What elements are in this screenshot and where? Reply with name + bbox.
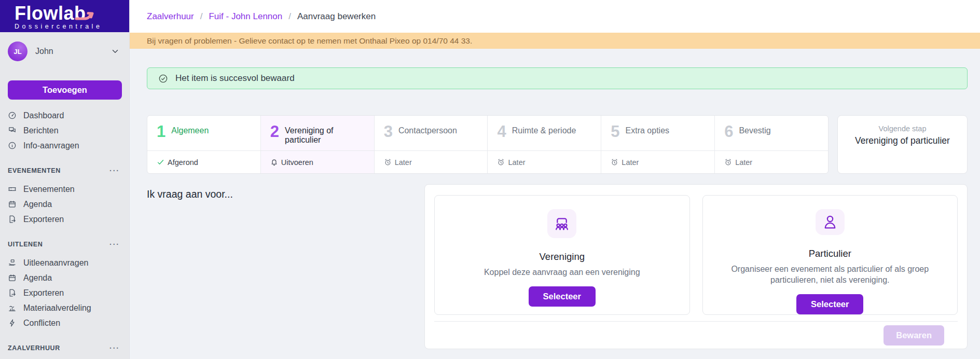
wizard-row: 1 Algemeen Afgerond 2 Vereniging of part…: [147, 115, 968, 174]
sidebar-nav: Dashboard Berichten Info-aanvragen EVENE…: [0, 108, 129, 352]
sidebar-item-dashboard[interactable]: Dashboard: [0, 108, 129, 123]
step-status-text: Uitvoeren: [281, 158, 313, 167]
notice-bar: Bij vragen of problemen - Gelieve contac…: [130, 33, 980, 49]
section-more-button[interactable]: ···: [109, 243, 120, 246]
info-icon: [8, 141, 17, 150]
sidebar-item-info-aanvragen[interactable]: Info-aanvragen: [0, 138, 129, 153]
logo-arrow-icon: [75, 8, 94, 26]
option-card-vereniging: Vereniging Koppel deze aanvraag aan een …: [434, 195, 690, 315]
breadcrumb: Zaalverhuur / Fuif - John Lennon / Aanvr…: [147, 11, 376, 22]
brand-subtitle: Dossiercentrale: [15, 23, 129, 30]
avatar-initials: JL: [13, 48, 21, 56]
sidebar: Flowlab Dossiercentrale JL John Toevoege…: [0, 0, 130, 359]
alarm-icon: [724, 158, 732, 166]
content: Het item is succesvol bewaard 1 Algemeen…: [130, 67, 980, 349]
wizard-step-bevestig[interactable]: 6 Bevestig Later: [715, 116, 828, 173]
user-name: John: [35, 47, 53, 56]
calendar-icon: [8, 273, 17, 282]
sidebar-item-conflicten[interactable]: Conflicten: [0, 315, 129, 330]
wizard-step-extra-opties[interactable]: 5 Extra opties Later: [601, 116, 715, 173]
step-status-text: Later: [395, 158, 412, 167]
user-menu[interactable]: JL John: [0, 32, 129, 61]
step-number: 5: [611, 123, 619, 140]
sidebar-item-label: Exporteren: [23, 288, 64, 298]
select-particulier-button[interactable]: Selecteer: [796, 294, 863, 314]
sidebar-item-exporteren-uitlenen[interactable]: Exporteren: [0, 285, 129, 300]
app-logo: Flowlab Dossiercentrale: [0, 0, 129, 32]
sidebar-item-berichten[interactable]: Berichten: [0, 123, 129, 138]
breadcrumb-link-zaalverhuur[interactable]: Zaalverhuur: [147, 11, 194, 22]
sidebar-item-label: Evenementen: [23, 185, 75, 194]
form-row: Ik vraag aan voor... Vereniging Koppel d…: [147, 184, 968, 349]
step-label: Bevestig: [739, 123, 770, 135]
export-icon: [8, 215, 17, 224]
sidebar-item-label: Exporteren: [23, 215, 64, 224]
step-label: Algemeen: [171, 123, 209, 135]
step-label: Contactpersoon: [398, 123, 457, 135]
sidebar-item-agenda-evenementen[interactable]: Agenda: [0, 197, 129, 212]
alarm-icon: [384, 158, 392, 166]
topbar: Zaalverhuur / Fuif - John Lennon / Aanvr…: [130, 0, 980, 33]
breadcrumb-separator: /: [200, 11, 203, 22]
wizard-step-algemeen[interactable]: 1 Algemeen Afgerond: [147, 116, 261, 173]
sidebar-item-label: Uitleenaanvragen: [23, 258, 88, 268]
section-more-button[interactable]: ···: [109, 169, 120, 173]
step-status-text: Later: [622, 158, 639, 167]
section-title: UITLENEN: [8, 241, 43, 248]
wizard-step-ruimte-periode[interactable]: 4 Ruimte & periode Later: [488, 116, 601, 173]
step-wizard: 1 Algemeen Afgerond 2 Vereniging of part…: [147, 115, 829, 174]
sidebar-item-agenda-uitlenen[interactable]: Agenda: [0, 270, 129, 285]
select-vereniging-button[interactable]: Selecteer: [529, 286, 596, 307]
section-evenementen: EVENEMENTEN ···: [8, 167, 120, 174]
breadcrumb-current: Aanvraag bewerken: [297, 11, 376, 22]
sidebar-item-label: Conflicten: [23, 319, 60, 328]
check-circle-icon: [158, 74, 168, 84]
panel-footer: Bewaren: [434, 321, 958, 349]
step-status-text: Later: [735, 158, 752, 167]
step-number: 3: [384, 123, 393, 140]
sidebar-item-exporteren-evenementen[interactable]: Exporteren: [0, 212, 129, 227]
sidebar-item-evenementen[interactable]: Evenementen: [0, 182, 129, 197]
step-label: Extra opties: [626, 123, 669, 135]
alarm-icon: [611, 158, 618, 166]
wizard-step-vereniging-of-particulier[interactable]: 2 Vereniging of particulier Uitvoeren: [261, 116, 375, 173]
chevron-down-icon: [111, 47, 120, 56]
export-icon: [8, 288, 17, 297]
section-title: ZAALVERHUUR: [8, 344, 60, 352]
save-button[interactable]: Bewaren: [884, 325, 944, 346]
section-uitlenen: UITLENEN ···: [8, 241, 120, 248]
breadcrumb-separator: /: [288, 11, 291, 22]
main-area: Zaalverhuur / Fuif - John Lennon / Aanvr…: [130, 0, 980, 359]
question-label: Ik vraag aan voor...: [147, 184, 424, 349]
step-status-text: Afgerond: [168, 158, 198, 167]
add-button[interactable]: Toevoegen: [8, 80, 122, 100]
option-description: Organiseer een evenement als particulier…: [711, 264, 949, 286]
notice-text: Bij vragen of problemen - Gelieve contac…: [147, 36, 472, 46]
section-zaalverhuur: ZAALVERHUUR ···: [8, 344, 120, 352]
step-number: 2: [270, 123, 279, 140]
person-icon: [816, 209, 845, 235]
ticket-icon: [8, 185, 17, 194]
distribution-icon: [8, 303, 17, 312]
step-number: 6: [724, 123, 733, 140]
sidebar-item-materiaalverdeling[interactable]: Materiaalverdeling: [0, 300, 129, 315]
dashboard-icon: [8, 111, 17, 120]
sidebar-item-uitleenaanvragen[interactable]: Uitleenaanvragen: [0, 255, 129, 270]
check-icon: [157, 158, 164, 166]
breadcrumb-link-event[interactable]: Fuif - John Lennon: [209, 11, 282, 22]
sidebar-item-label: Info-aanvragen: [23, 141, 79, 150]
section-more-button[interactable]: ···: [109, 347, 120, 350]
sidebar-item-label: Agenda: [23, 273, 52, 283]
next-step-value: Vereniging of particulier: [838, 135, 967, 146]
sidebar-item-label: Agenda: [23, 200, 52, 209]
step-number: 1: [157, 123, 165, 140]
step-number: 4: [497, 123, 506, 140]
step-label: Vereniging of particulier: [285, 123, 369, 145]
step-status-text: Later: [508, 158, 525, 167]
wizard-step-contactpersoon[interactable]: 3 Contactpersoon Later: [375, 116, 488, 173]
avatar: JL: [8, 42, 27, 61]
alarm-icon: [497, 158, 505, 166]
option-card-particulier: Particulier Organiseer een evenement als…: [702, 195, 958, 315]
group-icon: [547, 209, 576, 238]
sidebar-item-label: Dashboard: [23, 111, 64, 120]
